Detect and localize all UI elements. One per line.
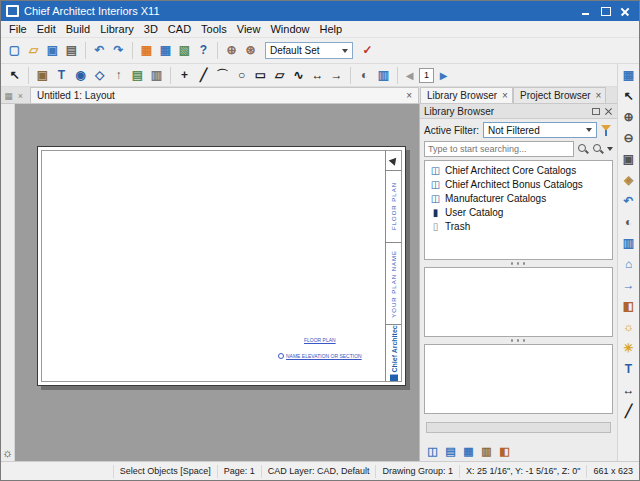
text-icon[interactable]: T [52,66,71,85]
previous-page-icon[interactable]: ◀ [402,67,417,84]
next-page-icon[interactable]: ▶ [436,67,451,84]
close-panel-icon[interactable] [604,107,613,116]
material-painter-icon[interactable]: ◧ [619,297,638,316]
details-view-icon[interactable]: ▤ [442,443,459,460]
pdf-box-icon[interactable]: ▥ [147,66,166,85]
menu-item-window[interactable]: Window [265,22,314,36]
menu-item-edit[interactable]: Edit [32,22,61,36]
hand-tool-icon[interactable]: ⊛ [241,41,260,60]
tab-untitled-layout[interactable]: Untitled 1: Layout × [30,87,419,103]
select-objects-icon[interactable]: ↖ [5,66,24,85]
picture-icon[interactable]: ▤ [128,66,147,85]
tile-view-icon[interactable]: ▦ [460,443,477,460]
dimension-icon[interactable]: ↔ [308,66,327,85]
menu-item-library[interactable]: Library [95,22,139,36]
display-options-icon[interactable]: ▦ [619,66,638,85]
page-number-box[interactable]: 1 [419,68,434,83]
menu-item-3d[interactable]: 3D [139,22,163,36]
menu-item-file[interactable]: File [4,22,32,36]
callout-elevation[interactable]: NAME ELEVATION OR SECTION [278,353,362,359]
pan-icon[interactable]: ◈ [619,171,638,190]
menu-item-build[interactable]: Build [61,22,95,36]
north-arrow-icon[interactable]: ↑ [109,66,128,85]
drawing-canvas[interactable]: FLOOR PLAN YOUR PLAN NAME Chief Architec… [15,104,419,461]
display-options-icon[interactable]: ▦ [137,41,156,60]
open-file-icon[interactable]: ▱ [24,41,43,60]
camera-view-icon[interactable]: ◐ [355,66,374,85]
cad-spline-icon[interactable]: ∿ [289,66,308,85]
dimension-icon[interactable]: ↔ [619,381,638,400]
splitter-handle[interactable] [509,262,529,265]
toolbar-set-select[interactable]: Default Set [265,42,353,59]
tree-item-manufacturer-catalogs[interactable]: ◫ Manufacturer Catalogs [425,191,612,205]
print-icon[interactable]: ▤ [62,41,81,60]
tab-library-browser[interactable]: Library Browser × [420,87,513,103]
sun-shadow-icon[interactable]: ☀ [619,339,638,358]
undo-icon[interactable]: ↶ [90,41,109,60]
menu-item-view[interactable]: View [232,22,266,36]
splitter-handle[interactable] [509,339,529,342]
minimize-icon[interactable] [577,5,594,18]
layer-sets-icon[interactable]: ▦ [156,41,175,60]
line-icon[interactable]: ╱ [619,402,638,421]
text-icon[interactable]: T [619,360,638,379]
cad-box-icon[interactable]: ▭ [251,66,270,85]
tab-close-icon[interactable]: × [406,91,412,101]
dock-close-icon[interactable]: × [15,90,26,101]
cad-circle-icon[interactable]: ○ [232,66,251,85]
cad-arrow-icon[interactable]: → [327,66,346,85]
paint-style-icon[interactable]: ◧ [496,443,513,460]
tab-close-icon[interactable]: × [502,91,508,101]
callout-floor-plan[interactable]: FLOOR PLAN [304,337,336,343]
active-filter-select[interactable]: Not Filtered [483,122,597,138]
dock-grid-icon[interactable]: ▦ [3,90,14,101]
elevation-icon[interactable]: ▥ [619,234,638,253]
cad-line-icon[interactable]: ╱ [194,66,213,85]
select-objects-icon[interactable]: ↖ [619,87,638,106]
camera-icon[interactable]: ◐ [619,213,638,232]
tree-item-core-catalogs[interactable]: ◫ Chief Architect Core Catalogs [425,163,612,177]
chevron-down-icon[interactable] [607,147,613,151]
search-options-icon[interactable] [592,143,604,155]
toolbar-customize-icon[interactable]: ✓ [358,41,377,60]
zoom-icon[interactable]: ⊕ [619,108,638,127]
tree-item-trash[interactable]: ▯ Trash [425,219,612,233]
tree-item-user-catalog[interactable]: ▮ User Catalog [425,205,612,219]
tab-project-browser[interactable]: Project Browser × [513,87,606,103]
menu-item-tools[interactable]: Tools [196,22,232,36]
previous-view-icon[interactable]: ↶ [619,192,638,211]
settings-gear-icon[interactable]: ☼ [2,447,13,459]
zoom-out-icon[interactable]: ⊖ [619,129,638,148]
preview-toggle-icon[interactable]: ◫ [424,443,441,460]
help-icon[interactable]: ? [194,41,213,60]
cad-point-icon[interactable]: + [175,66,194,85]
redo-icon[interactable]: ↷ [109,41,128,60]
fill-window-icon[interactable]: ▣ [619,150,638,169]
catalogs-icon[interactable]: ▥ [478,443,495,460]
save-icon[interactable]: ▣ [43,41,62,60]
callout-icon[interactable]: ◉ [71,66,90,85]
layout-sheet[interactable]: FLOOR PLAN YOUR PLAN NAME Chief Architec… [37,146,406,386]
overview-icon[interactable]: ⌂ [619,255,638,274]
menu-item-help[interactable]: Help [315,22,348,36]
marker-icon[interactable]: ◇ [90,66,109,85]
filter-funnel-icon[interactable] [601,124,613,137]
elevation-view-icon[interactable]: ▥ [374,66,393,85]
pane-splitter[interactable] [420,260,617,267]
tree-item-bonus-catalogs[interactable]: ◫ Chief Architect Bonus Catalogs [425,177,612,191]
close-icon[interactable] [617,5,634,18]
walkthrough-icon[interactable]: → [619,276,638,295]
pan-window-icon[interactable]: ⊕ [222,41,241,60]
maximize-icon[interactable] [597,5,614,18]
tab-close-icon[interactable]: × [596,91,602,101]
search-icon[interactable] [577,143,589,155]
pane-splitter[interactable] [420,337,617,344]
default-settings-icon[interactable]: ▧ [175,41,194,60]
cad-arc-icon[interactable]: ⌒ [213,66,232,85]
float-panel-icon[interactable] [592,108,600,115]
library-search-input[interactable] [424,141,574,157]
new-file-icon[interactable]: ▢ [5,41,24,60]
place-library-object-icon[interactable]: ▣ [33,66,52,85]
menu-item-cad[interactable]: CAD [163,22,196,36]
cad-polyline-icon[interactable]: ▱ [270,66,289,85]
